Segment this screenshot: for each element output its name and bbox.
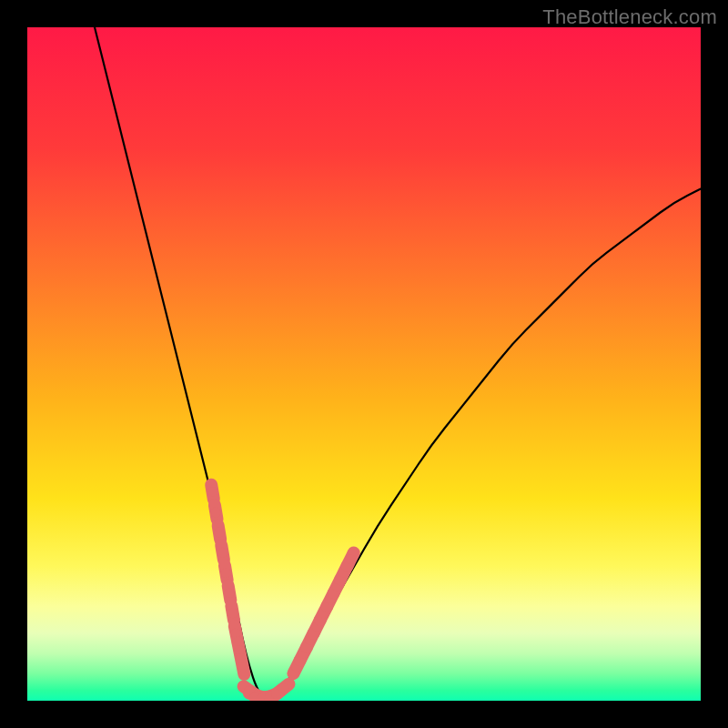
plot-area xyxy=(27,27,701,701)
marker-dot xyxy=(221,568,231,578)
marker-dot xyxy=(211,507,221,517)
marker-dot xyxy=(207,487,217,497)
gradient-background xyxy=(27,27,701,701)
marker-dot xyxy=(235,645,245,655)
marker-dot xyxy=(231,629,241,639)
marker-dot xyxy=(228,608,238,618)
marker-dot xyxy=(225,588,235,598)
watermark-label: TheBottleneck.com xyxy=(542,5,717,29)
marker-dot xyxy=(217,548,228,558)
chart-svg xyxy=(27,27,701,701)
marker-dot xyxy=(238,662,248,672)
marker-dot xyxy=(278,683,288,693)
marker-dot xyxy=(346,554,356,564)
marker-dot xyxy=(214,528,224,538)
chart-frame: TheBottleneck.com xyxy=(0,0,728,728)
